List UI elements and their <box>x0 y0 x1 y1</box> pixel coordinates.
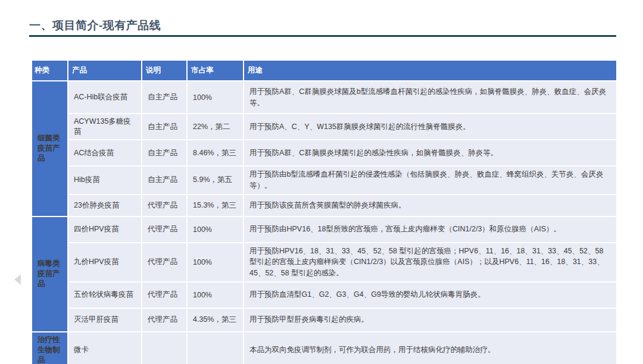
table-row: 细菌类疫苗产品 AC-Hib联合疫苗 自主产品 100% 用于预防A群、C群脑膜… <box>32 81 617 114</box>
type-cell: 自主产品 <box>142 166 187 194</box>
type-cell: 自主产品 <box>142 81 187 114</box>
table-row: AC结合疫苗 自主产品 8.46%，第三 用于预防A群、C群脑膜炎球菌引起的感染… <box>32 140 617 166</box>
product-cell: 四价HPV疫苗 <box>68 216 142 243</box>
table-row: 治疗性生物制品 微卡 本品为双向免疫调节制剂，可作为联合用药，用于结核病化疗的辅… <box>32 332 617 364</box>
share-cell: 15.3%，第三 <box>187 194 244 216</box>
category-cell-bacterial: 细菌类疫苗产品 <box>32 81 68 216</box>
usage-cell: 用于预防由b型流感嗜血杆菌引起的侵袭性感染（包括脑膜炎、肺炎、败血症、蜂窝组织炎… <box>244 166 617 194</box>
header-row: 种类 产品 说明 市占率 用途 <box>32 60 617 81</box>
share-cell: 8.46%，第三 <box>187 140 244 166</box>
type-cell: 代理产品 <box>142 243 187 282</box>
share-cell: 100% <box>187 243 244 282</box>
type-cell: 代理产品 <box>142 282 187 308</box>
type-cell: 自主产品 <box>142 140 187 166</box>
share-cell <box>187 332 244 364</box>
product-cell: Hib疫苗 <box>68 166 142 194</box>
share-cell: 100% <box>187 81 244 114</box>
table-row: 五价轮状病毒疫苗 代理产品 100% 用于预防血清型G1、G2、G3、G4、G9… <box>32 282 617 308</box>
prev-slide-arrow[interactable] <box>14 274 21 285</box>
usage-cell: 用于预防A群、C群脑膜炎球菌及b型流感嗜血杆菌引起的感染性疾病，如脑脊髓膜炎、肺… <box>244 81 617 114</box>
usage-cell: 用于预防由HPV16、18型所致的宫颈癌，宫颈上皮内瘤样变（CIN1/2/3）和… <box>244 216 617 243</box>
usage-cell: 本品为双向免疫调节制剂，可作为联合用药，用于结核病化疗的辅助治疗。 <box>244 332 617 364</box>
column-header-description: 说明 <box>142 60 187 81</box>
type-cell: 代理产品 <box>142 308 187 332</box>
share-cell: 100% <box>187 216 244 243</box>
table-row: 灭活甲肝疫苗 代理产品 4.35%，第三 用于预防甲型肝炎病毒引起的疾病。 <box>32 308 617 332</box>
product-cell: 灭活甲肝疫苗 <box>68 308 142 332</box>
share-cell: 100% <box>187 282 244 308</box>
product-cell: 九价HPV疫苗 <box>68 243 142 282</box>
usage-cell: 用于预防A群、C群脑膜炎球菌引起的感染性疾病，如脑脊髓膜炎、肺炎等。 <box>244 140 617 166</box>
table-row: 23价肺炎疫苗 代理产品 15.3%，第三 用于预防该疫苗所含荚膜菌型的肺炎球菌… <box>32 194 617 216</box>
share-cell: 5.9%，第五 <box>187 166 244 194</box>
share-cell: 4.35%，第三 <box>187 308 244 332</box>
title-divider <box>29 35 616 37</box>
product-cell: 23价肺炎疫苗 <box>68 194 142 216</box>
category-cell-therapeutic: 治疗性生物制品 <box>32 332 68 364</box>
product-cell: 微卡 <box>68 332 142 364</box>
usage-cell: 用于预防甲型肝炎病毒引起的疾病。 <box>244 308 617 332</box>
column-header-category: 种类 <box>32 60 68 81</box>
share-cell: 22%，第二 <box>187 114 244 140</box>
product-table: 种类 产品 说明 市占率 用途 细菌类疫苗产品 AC-Hib联合疫苗 自主产品 … <box>31 59 617 364</box>
usage-cell: 用于预防HPV16、18、31、33、45、52、58 型引起的宫颈癌；HPV6… <box>244 243 617 282</box>
table-row: 病毒类疫苗产品 四价HPV疫苗 代理产品 100% 用于预防由HPV16、18型… <box>32 216 617 243</box>
type-cell <box>142 332 187 364</box>
table-row: 九价HPV疫苗 代理产品 100% 用于预防HPV16、18、31、33、45、… <box>32 243 617 282</box>
type-cell: 代理产品 <box>142 216 187 243</box>
table-row: ACYW135多糖疫苗 自主产品 22%，第二 用于预防A、C、Y、W135群脑… <box>32 114 617 140</box>
product-cell: AC结合疫苗 <box>68 140 142 166</box>
slide: { "slide": { "title": "一、项目简介-现有产品线", "c… <box>0 0 643 364</box>
type-cell: 自主产品 <box>142 114 187 140</box>
table-row: Hib疫苗 自主产品 5.9%，第五 用于预防由b型流感嗜血杆菌引起的侵袭性感染… <box>32 166 617 194</box>
column-header-usage: 用途 <box>244 60 617 81</box>
type-cell: 代理产品 <box>142 194 187 216</box>
column-header-market-share: 市占率 <box>187 60 244 81</box>
usage-cell: 用于预防A、C、Y、W135群脑膜炎球菌引起的流行性脑脊髓膜炎。 <box>244 114 617 140</box>
column-header-product: 产品 <box>68 60 142 81</box>
product-cell: 五价轮状病毒疫苗 <box>68 282 142 308</box>
usage-cell: 用于预防该疫苗所含荚膜菌型的肺炎球菌疾病。 <box>244 194 617 216</box>
product-cell: ACYW135多糖疫苗 <box>68 114 142 140</box>
category-cell-viral: 病毒类疫苗产品 <box>32 216 68 332</box>
product-cell: AC-Hib联合疫苗 <box>68 81 142 114</box>
usage-cell: 用于预防血清型G1、G2、G3、G4、G9导致的婴幼儿轮状病毒胃肠炎。 <box>244 282 617 308</box>
page-title: 一、项目简介-现有产品线 <box>29 18 161 33</box>
